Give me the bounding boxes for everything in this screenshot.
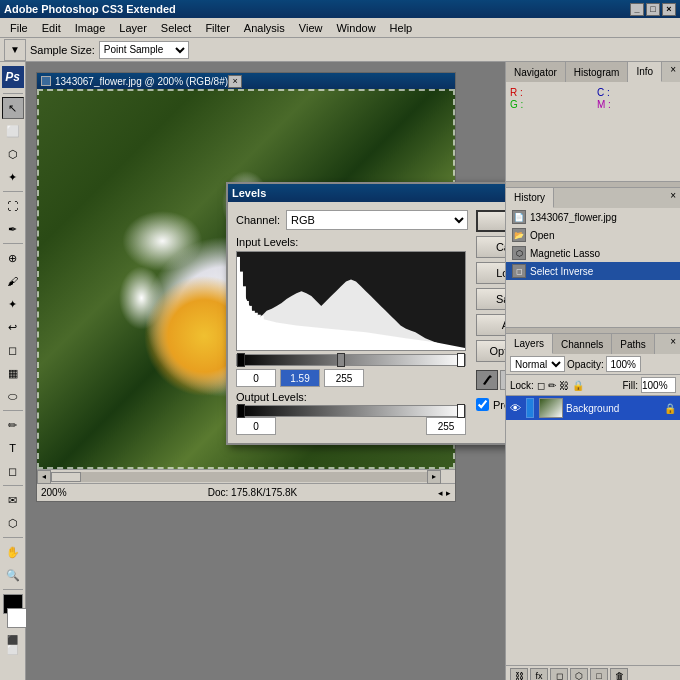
scrollbar-thumb[interactable] — [51, 472, 81, 482]
tool-path[interactable]: ✏ — [2, 414, 24, 436]
link-layers-btn[interactable]: ⛓ — [510, 668, 528, 680]
lock-all-icon[interactable]: 🔒 — [572, 380, 584, 391]
tool-history-brush[interactable]: ↩ — [2, 316, 24, 338]
new-group-btn[interactable]: ⬡ — [570, 668, 588, 680]
layers-panel-close[interactable]: × — [666, 334, 680, 354]
layer-row-background[interactable]: 👁 Background 🔒 — [506, 396, 680, 420]
menu-filter[interactable]: Filter — [199, 20, 235, 36]
ok-button[interactable]: OK — [476, 210, 505, 232]
input-mid-handle[interactable] — [337, 353, 345, 367]
menu-edit[interactable]: Edit — [36, 20, 67, 36]
tool-crop[interactable]: ⛶ — [2, 195, 24, 217]
history-panel-close[interactable]: × — [666, 188, 680, 208]
scrollbar-track[interactable] — [51, 472, 427, 482]
blend-mode-select[interactable]: Normal Multiply Screen — [510, 356, 565, 372]
tab-navigator[interactable]: Navigator — [506, 62, 566, 82]
menu-layer[interactable]: Layer — [113, 20, 153, 36]
lock-transparent-icon[interactable]: ◻ — [537, 380, 545, 391]
input-white-value[interactable]: 255 — [324, 369, 364, 387]
menu-select[interactable]: Select — [155, 20, 198, 36]
output-white-handle[interactable] — [457, 404, 465, 418]
history-item-0[interactable]: 📄 1343067_flower.jpg — [506, 208, 680, 226]
menu-file[interactable]: File — [4, 20, 34, 36]
tool-brush[interactable]: 🖌 — [2, 270, 24, 292]
load-button[interactable]: Load... — [476, 262, 505, 284]
delete-layer-btn[interactable]: 🗑 — [610, 668, 628, 680]
tool-dodge[interactable]: ⬭ — [2, 385, 24, 407]
auto-button[interactable]: Auto — [476, 314, 505, 336]
input-slider-track[interactable] — [236, 354, 466, 366]
preview-checkbox[interactable] — [476, 398, 489, 411]
tab-channels[interactable]: Channels — [553, 334, 612, 354]
layer-visibility-eye[interactable]: 👁 — [510, 402, 521, 414]
scrollbar-horizontal[interactable]: ◂ ▸ — [37, 469, 455, 483]
tab-history[interactable]: History — [506, 188, 554, 208]
black-point-eyedropper[interactable] — [476, 370, 498, 390]
scroll-right-btn[interactable]: ▸ — [427, 470, 441, 484]
gray-point-eyedropper[interactable] — [500, 370, 505, 390]
tool-eraser[interactable]: ◻ — [2, 339, 24, 361]
new-layer-btn[interactable]: □ — [590, 668, 608, 680]
tool-hand[interactable]: ✋ — [2, 541, 24, 563]
panel-top-close[interactable]: × — [666, 62, 680, 82]
tool-lasso[interactable]: ⬡ — [2, 143, 24, 165]
tab-info[interactable]: Info — [628, 62, 662, 82]
tool-gradient[interactable]: ▦ — [2, 362, 24, 384]
menu-window[interactable]: Window — [330, 20, 381, 36]
lock-position-icon[interactable]: ⛓ — [559, 380, 569, 391]
window-controls[interactable]: _ □ × — [630, 3, 676, 16]
menu-help[interactable]: Help — [384, 20, 419, 36]
menu-view[interactable]: View — [293, 20, 329, 36]
opacity-input[interactable] — [606, 356, 641, 372]
minimize-button[interactable]: _ — [630, 3, 644, 16]
tool-eyedropper2[interactable]: ⬡ — [2, 512, 24, 534]
tool-heal[interactable]: ⊕ — [2, 247, 24, 269]
output-white-value[interactable]: 255 — [426, 417, 466, 435]
input-black-value[interactable]: 0 — [236, 369, 276, 387]
canvas-nav-arrows[interactable]: ◂ ▸ — [438, 488, 451, 498]
tool-eyedropper[interactable]: ✒ — [2, 218, 24, 240]
histogram-svg — [237, 252, 465, 350]
tab-histogram[interactable]: Histogram — [566, 62, 629, 82]
lock-image-icon[interactable]: ✏ — [548, 380, 556, 391]
history-item-1[interactable]: 📂 Open — [506, 226, 680, 244]
menu-image[interactable]: Image — [69, 20, 112, 36]
input-mid-value[interactable]: 1.59 — [280, 369, 320, 387]
tool-preset-picker[interactable]: ▼ — [4, 39, 26, 61]
tool-move[interactable]: ↖ — [2, 97, 24, 119]
options-button[interactable]: Options... — [476, 340, 505, 362]
fill-input[interactable] — [641, 377, 676, 393]
dialog-titlebar[interactable]: Levels × — [228, 184, 505, 202]
tool-zoom[interactable]: 🔍 — [2, 564, 24, 586]
channel-select[interactable]: RGB Red Green Blue — [286, 210, 468, 230]
scroll-left-btn[interactable]: ◂ — [37, 470, 51, 484]
background-color[interactable] — [7, 608, 27, 628]
input-black-handle[interactable] — [237, 353, 245, 367]
options-bar: ▼ Sample Size: Point Sample 3 by 3 Avera… — [0, 38, 680, 62]
output-black-handle[interactable] — [237, 404, 245, 418]
tool-type[interactable]: T — [2, 437, 24, 459]
tab-layers[interactable]: Layers — [506, 334, 553, 354]
tool-clone[interactable]: ✦ — [2, 293, 24, 315]
canvas-close-button[interactable]: × — [228, 75, 242, 88]
canvas-titlebar[interactable]: 1343067_flower.jpg @ 200% (RGB/8#) × — [37, 73, 455, 89]
tab-paths[interactable]: Paths — [612, 334, 655, 354]
color-mode-toggle[interactable]: ⬛⬜ — [7, 635, 18, 655]
add-mask-btn[interactable]: ◻ — [550, 668, 568, 680]
tool-notes[interactable]: ✉ — [2, 489, 24, 511]
history-item-2[interactable]: ⬡ Magnetic Lasso — [506, 244, 680, 262]
menu-analysis[interactable]: Analysis — [238, 20, 291, 36]
tool-marquee[interactable]: ⬜ — [2, 120, 24, 142]
add-style-btn[interactable]: fx — [530, 668, 548, 680]
maximize-button[interactable]: □ — [646, 3, 660, 16]
history-item-3[interactable]: ◻ Select Inverse — [506, 262, 680, 280]
save-button[interactable]: Save... — [476, 288, 505, 310]
cancel-button[interactable]: Cancel — [476, 236, 505, 258]
close-button[interactable]: × — [662, 3, 676, 16]
output-slider-track[interactable] — [236, 405, 466, 417]
input-white-handle[interactable] — [457, 353, 465, 367]
tool-magic-wand[interactable]: ✦ — [2, 166, 24, 188]
tool-shape[interactable]: ◻ — [2, 460, 24, 482]
output-black-value[interactable]: 0 — [236, 417, 276, 435]
sample-size-select[interactable]: Point Sample 3 by 3 Average 5 by 5 Avera… — [99, 41, 189, 59]
